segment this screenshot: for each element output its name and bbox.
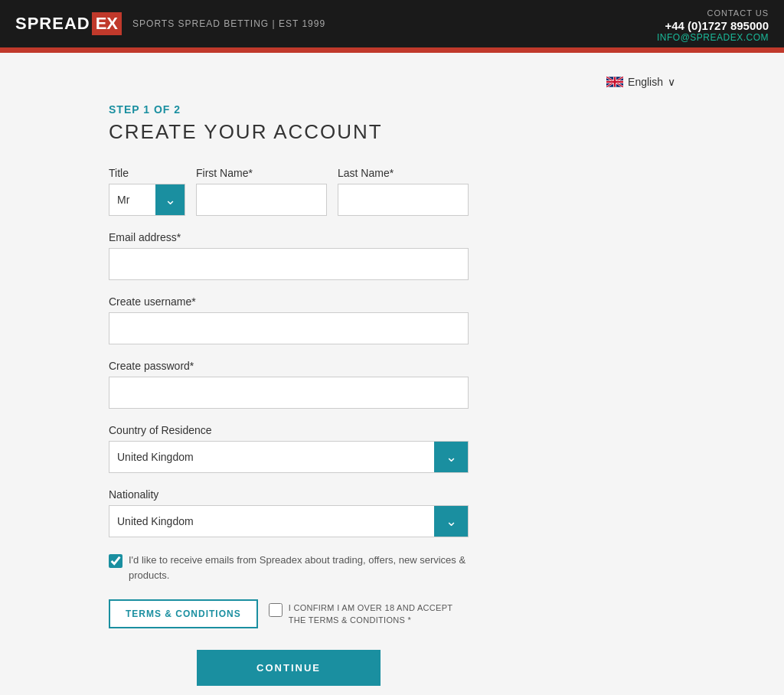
- title-value: Mr: [109, 194, 155, 206]
- email-optin-label: I'd like to receive emails from Spreadex…: [129, 553, 469, 582]
- language-selector[interactable]: English ∨: [109, 76, 675, 88]
- first-name-input[interactable]: [196, 184, 327, 216]
- header-right: CONTACT US +44 (0)1727 895000 INFO@SPREA…: [657, 5, 769, 43]
- country-dropdown-arrow-icon[interactable]: ⌄: [434, 442, 468, 472]
- header-left: SPREAD EX SPORTS SPREAD BETTING | EST 19…: [15, 12, 325, 35]
- email-optin-checkbox[interactable]: [109, 554, 122, 568]
- username-group: Create username*: [109, 295, 469, 344]
- nationality-group: Nationality United Kingdom ⌄: [109, 488, 469, 537]
- continue-button[interactable]: CONTINUE: [197, 650, 381, 686]
- country-value: United Kingdom: [109, 451, 434, 463]
- email-address: INFO@SPREADEX.COM: [657, 32, 769, 43]
- main-content: English ∨ STEP 1 OF 2 CREATE YOUR ACCOUN…: [93, 53, 691, 695]
- language-arrow-icon[interactable]: ∨: [668, 76, 675, 88]
- logo-spread: SPREAD: [15, 14, 90, 34]
- firstname-group: First Name*: [196, 167, 327, 216]
- title-group: Title Mr ⌄: [109, 167, 185, 216]
- contact-us-label: CONTACT US: [707, 8, 769, 18]
- nationality-dropdown-arrow-icon[interactable]: ⌄: [434, 506, 468, 537]
- country-select[interactable]: United Kingdom ⌄: [109, 441, 469, 473]
- logo: SPREAD EX: [15, 12, 122, 35]
- password-group: Create password*: [109, 360, 469, 409]
- nationality-label: Nationality: [109, 488, 469, 501]
- last-name-input[interactable]: [338, 184, 469, 216]
- nationality-select[interactable]: United Kingdom ⌄: [109, 505, 469, 537]
- lastname-group: Last Name*: [338, 167, 469, 216]
- email-label: Email address*: [109, 231, 469, 243]
- title-label: Title: [109, 167, 185, 179]
- title-select[interactable]: Mr ⌄: [109, 184, 185, 216]
- nationality-value: United Kingdom: [109, 515, 434, 527]
- page-title: CREATE YOUR ACCOUNT: [109, 120, 675, 144]
- header: SPREAD EX SPORTS SPREAD BETTING | EST 19…: [0, 0, 784, 50]
- title-dropdown-arrow-icon[interactable]: ⌄: [155, 184, 185, 215]
- username-label: Create username*: [109, 295, 469, 308]
- phone-number: +44 (0)1727 895000: [657, 19, 769, 32]
- header-tagline: SPORTS SPREAD BETTING | EST 1999: [132, 18, 325, 29]
- email-optin-area: I'd like to receive emails from Spreadex…: [109, 553, 469, 582]
- password-input[interactable]: [109, 377, 469, 409]
- last-name-label: Last Name*: [338, 167, 469, 179]
- country-label: Country of Residence: [109, 424, 469, 436]
- terms-conditions-button[interactable]: TERMS & CONDITIONS: [109, 599, 258, 628]
- terms-confirm-checkbox[interactable]: [269, 603, 283, 617]
- password-label: Create password*: [109, 360, 469, 372]
- step-indicator: STEP 1 OF 2: [109, 103, 675, 116]
- logo-ex: EX: [92, 12, 122, 35]
- country-group: Country of Residence United Kingdom ⌄: [109, 424, 469, 473]
- name-row: Title Mr ⌄ First Name* Last Name*: [109, 167, 469, 216]
- registration-form: Title Mr ⌄ First Name* Last Name* Email …: [109, 167, 469, 695]
- terms-row: TERMS & CONDITIONS I CONFIRM I AM OVER 1…: [109, 599, 469, 628]
- language-label: English: [628, 76, 663, 88]
- terms-confirm-text: I CONFIRM I AM OVER 18 AND ACCEPT THE TE…: [289, 602, 469, 627]
- email-group: Email address*: [109, 231, 469, 280]
- uk-flag-icon: [606, 77, 623, 87]
- first-name-label: First Name*: [196, 167, 327, 179]
- terms-confirm-area: I CONFIRM I AM OVER 18 AND ACCEPT THE TE…: [269, 602, 469, 627]
- username-input[interactable]: [109, 312, 469, 344]
- email-input[interactable]: [109, 248, 469, 280]
